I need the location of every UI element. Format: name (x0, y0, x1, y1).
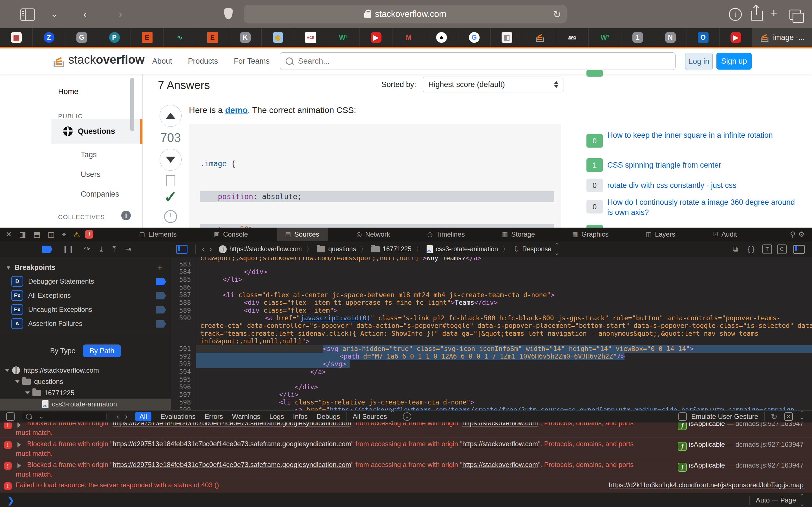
sidebar-toggle-icon[interactable] (20, 8, 35, 21)
browser-tab[interactable]: G (65, 28, 98, 47)
tree-domain-stackoverflow[interactable]: https://stackoverflow.com (0, 365, 171, 376)
collapse-console-icon[interactable]: ⌃⌃ (800, 409, 805, 424)
find-next-icon[interactable]: › (125, 412, 128, 421)
console-resource-link[interactable]: https://d2k1bn3ko1qk4.cloudfront.net/js/… (609, 481, 804, 489)
sort-dropdown[interactable]: Highest score (default) (423, 76, 564, 93)
tree-folder-16771225[interactable]: 16771225 (0, 387, 171, 399)
step-next-icon[interactable]: ⇥ (125, 245, 132, 253)
find-previous-icon[interactable]: ‹ (116, 412, 119, 421)
breakpoint-flag-on[interactable] (156, 278, 166, 285)
breakpoints-toggle-icon[interactable] (42, 245, 52, 253)
clear-console-icon[interactable]: ✕ (784, 412, 793, 421)
browser-tab[interactable]: M (393, 28, 425, 47)
disclosure-triangle-icon[interactable] (17, 442, 21, 447)
share-button[interactable] (751, 11, 763, 20)
breakpoint-flag-off[interactable] (156, 306, 166, 314)
tab-timelines[interactable]: ◷Timelines (419, 228, 473, 241)
login-button[interactable]: Log in (685, 53, 713, 70)
breakpoint-flag-off[interactable] (156, 292, 166, 299)
related-question-link[interactable]: How to keep the inner square in a infini… (607, 130, 802, 140)
sidebar-item-users[interactable]: Users (81, 170, 101, 179)
page-scrollbar[interactable] (130, 78, 134, 131)
by-path-option-selected[interactable]: By Path (83, 344, 121, 357)
active-tab[interactable]: image -... (752, 28, 812, 47)
tab-sources[interactable]: ▤Sources (276, 228, 327, 241)
breadcrumb-folder[interactable]: questions (328, 245, 356, 253)
tab-console[interactable]: ▣Console (205, 228, 256, 241)
gear-icon[interactable]: ⚙ (798, 230, 805, 239)
errors-badge-icon[interactable]: ! (85, 230, 93, 238)
scope-debugs[interactable]: Debugs (317, 413, 340, 420)
copy-resource-icon[interactable]: ⧉ (733, 245, 738, 253)
so-logo[interactable]: stackoverflow (54, 52, 145, 67)
browser-tab[interactable]: ∿ (163, 28, 196, 47)
breakpoint-debugger-statements[interactable]: D Debugger Statements (11, 276, 94, 287)
console-error-text[interactable]: Blocked a frame with origin "https://d29… (27, 461, 633, 469)
browser-tab[interactable]: P (98, 28, 131, 47)
browser-tab[interactable]: ▶ (360, 28, 393, 47)
related-question-link[interactable]: How do I continously rotate a image 360 … (607, 197, 802, 217)
breadcrumb-response[interactable]: Response (522, 245, 552, 253)
console-search-field[interactable]: ⌄ (22, 412, 107, 421)
disclosure-triangle-icon[interactable] (15, 380, 20, 383)
breadcrumb-domain[interactable]: https://stackoverflow.com (230, 245, 302, 253)
browser-tab[interactable]: E (196, 28, 229, 47)
tab-network[interactable]: ◎Network (348, 228, 398, 241)
tab-audit[interactable]: ☑Audit (704, 228, 745, 241)
breakpoint-assertion-failures[interactable]: A Assertion Failures (11, 318, 82, 329)
scope-logs[interactable]: Logs (269, 413, 284, 420)
all-sources-dropdown[interactable]: All Sources (353, 413, 387, 420)
browser-tab[interactable] (523, 28, 556, 47)
response-stepper-icon[interactable]: ⌃⌄ (554, 242, 559, 257)
browser-tab[interactable]: BFG (556, 28, 589, 47)
sidebar-item-companies[interactable]: Companies (81, 190, 119, 199)
console-source-info[interactable]: f isApplicable — dcmads.js:927:163947 (678, 441, 804, 451)
code-block[interactable]: .image { position: absolute; top: 50%; l… (189, 124, 561, 228)
related-question-link[interactable]: CSS spinning triangle from center (607, 160, 802, 170)
breadcrumb-folder[interactable]: 16771225 (383, 245, 411, 253)
browser-tab[interactable]: W³ (327, 28, 360, 47)
demo-link[interactable]: demo (225, 105, 248, 115)
back-button[interactable]: ‹ (83, 6, 87, 22)
console-error-text[interactable]: Blocked a frame with origin "https://d29… (27, 440, 633, 448)
browser-tab[interactable]: N (654, 28, 687, 47)
emulate-user-gesture-checkbox[interactable] (678, 412, 687, 421)
upvote-button[interactable] (160, 105, 182, 127)
browser-tab[interactable]: ◉ (262, 28, 294, 47)
disclosure-triangle-icon[interactable] (5, 369, 10, 372)
disclosure-triangle-icon[interactable] (17, 422, 21, 428)
navigation-sidebar-toggle[interactable] (176, 245, 188, 254)
code-coverage-icon[interactable]: C (777, 244, 786, 254)
details-sidebar-toggle[interactable] (794, 245, 805, 254)
console-failed-resource-text[interactable]: Failed to load resource: the server resp… (16, 481, 219, 489)
tab-graphics[interactable]: ▦Graphics (564, 228, 617, 241)
browser-tab[interactable]: ▦ (0, 28, 33, 47)
browser-tab[interactable]: ▶ (719, 28, 752, 47)
browser-tab[interactable]: ◧ (491, 28, 523, 47)
type-profiler-icon[interactable]: T (762, 244, 772, 254)
refresh-icon[interactable]: ↻ (771, 412, 777, 421)
breakpoint-flag-off[interactable] (156, 320, 166, 328)
breadcrumb-file[interactable]: css3-rotate-animation (436, 245, 498, 253)
browser-tab[interactable]: W³ (589, 28, 621, 47)
privacy-shield-icon[interactable] (224, 8, 233, 19)
bookmark-icon[interactable] (166, 175, 175, 186)
browser-tab[interactable]: ● (425, 28, 458, 47)
history-icon[interactable] (164, 210, 177, 223)
sidebar-item-home[interactable]: Home (58, 87, 79, 96)
browser-tab[interactable]: G (458, 28, 491, 47)
browser-tab[interactable]: ACE (294, 28, 327, 47)
tab-layers[interactable]: ◫Layers (637, 228, 684, 241)
downloads-button[interactable]: ↓ (729, 8, 742, 21)
sidebar-chevron-icon[interactable]: ⌄ (51, 6, 58, 22)
dock-bottom-icon[interactable]: ⬒ (33, 230, 40, 239)
new-tab-button[interactable]: + (770, 5, 777, 21)
close-icon[interactable]: ✕ (6, 230, 12, 239)
search-icon[interactable]: ⚲ (790, 230, 795, 239)
scope-infos[interactable]: Infos (293, 413, 308, 420)
disclosure-triangle-icon[interactable] (26, 392, 30, 395)
reload-button[interactable]: ↻ (553, 9, 561, 20)
quick-console-prompt-icon[interactable]: ❯ (7, 496, 14, 505)
tab-elements[interactable]: ▢Elements (131, 228, 185, 241)
tree-folder-questions[interactable]: questions (0, 376, 171, 387)
